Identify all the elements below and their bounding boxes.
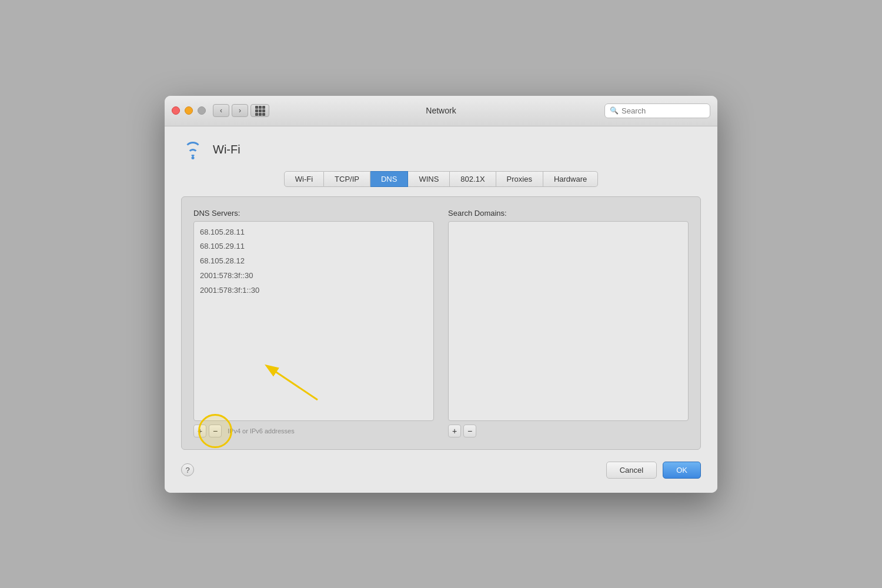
main-window: ‹ › Network 🔍 Wi-Fi [165, 96, 717, 493]
back-button[interactable]: ‹ [213, 104, 229, 117]
search-input[interactable] [622, 106, 705, 115]
list-item: 68.105.28.11 [196, 225, 431, 240]
search-bar[interactable]: 🔍 [604, 103, 710, 118]
search-domains-add-button[interactable]: + [448, 425, 461, 437]
maximize-button[interactable] [198, 106, 206, 115]
tab-wifi[interactable]: Wi-Fi [284, 171, 324, 187]
connection-header: Wi-Fi [181, 141, 701, 159]
traffic-lights [172, 106, 206, 115]
search-domains-list[interactable] [448, 221, 689, 421]
dns-servers-controls: + − IPv4 or IPv6 addresses [193, 425, 434, 437]
action-buttons: Cancel OK [606, 462, 701, 479]
grid-icon [255, 106, 265, 116]
search-domains-controls: + − [448, 425, 689, 437]
list-item: 2001:578:3f:1::30 [196, 283, 431, 298]
list-item: 68.105.29.11 [196, 239, 431, 254]
list-item: 2001:578:3f::30 [196, 269, 431, 283]
search-domains-label: Search Domains: [448, 209, 689, 218]
list-item: 68.105.28.12 [196, 254, 431, 269]
close-button[interactable] [172, 106, 180, 115]
wifi-icon [181, 141, 205, 159]
window-title: Network [426, 106, 456, 115]
dns-hint: IPv4 or IPv6 addresses [228, 427, 295, 435]
grid-view-button[interactable] [250, 104, 269, 117]
panel-columns: DNS Servers: 68.105.28.11 68.105.29.11 6… [193, 209, 689, 437]
content-area: Wi-Fi Wi-Fi TCP/IP DNS WINS 802.1X Proxi… [165, 126, 717, 493]
dns-panel: DNS Servers: 68.105.28.11 68.105.29.11 6… [181, 196, 701, 450]
tab-hardware[interactable]: Hardware [543, 171, 598, 187]
bottom-row: ? Cancel OK [181, 462, 701, 479]
tab-proxies[interactable]: Proxies [496, 171, 543, 187]
dns-servers-column: DNS Servers: 68.105.28.11 68.105.29.11 6… [193, 209, 434, 437]
ok-button[interactable]: OK [663, 462, 701, 479]
dns-remove-wrapper: − [209, 425, 222, 437]
tab-wins[interactable]: WINS [408, 171, 450, 187]
tab-8021x[interactable]: 802.1X [450, 171, 496, 187]
search-domains-column: Search Domains: + − [448, 209, 689, 437]
forward-button[interactable]: › [232, 104, 248, 117]
nav-buttons: ‹ › [213, 104, 248, 117]
tab-tcpip[interactable]: TCP/IP [324, 171, 370, 187]
tab-dns[interactable]: DNS [370, 171, 408, 187]
titlebar: ‹ › Network 🔍 [165, 96, 717, 126]
help-button[interactable]: ? [181, 463, 194, 476]
dns-servers-list[interactable]: 68.105.28.11 68.105.29.11 68.105.28.12 2… [193, 221, 434, 421]
dns-remove-button[interactable]: − [209, 425, 222, 437]
cancel-button[interactable]: Cancel [606, 462, 657, 479]
search-icon: 🔍 [610, 106, 619, 115]
connection-name: Wi-Fi [213, 143, 240, 156]
dns-add-button[interactable]: + [193, 425, 206, 437]
minimize-button[interactable] [185, 106, 193, 115]
dns-servers-label: DNS Servers: [193, 209, 434, 218]
tab-bar: Wi-Fi TCP/IP DNS WINS 802.1X Proxies Har… [181, 171, 701, 187]
search-domains-remove-button[interactable]: − [463, 425, 476, 437]
